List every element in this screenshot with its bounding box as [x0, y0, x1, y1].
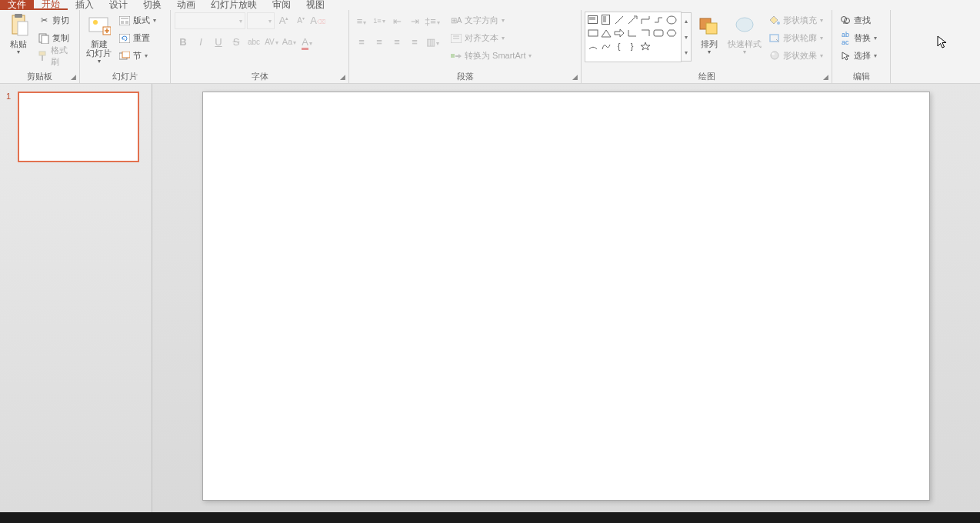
shape-textbox[interactable] [586, 13, 599, 26]
shape-curve[interactable] [599, 39, 612, 52]
svg-rect-35 [706, 23, 717, 34]
shape-vtextbox[interactable] [599, 13, 612, 26]
shape-oval[interactable] [665, 13, 678, 26]
line-spacing-button[interactable]: ‡≡▾ [424, 12, 441, 29]
slide-thumbnails-panel[interactable]: 1 [0, 84, 152, 512]
slide-canvas[interactable] [202, 92, 930, 501]
select-label: 选择 [854, 50, 871, 62]
shapes-down-button[interactable]: ▾ [682, 29, 691, 45]
align-center-button[interactable]: ≡ [371, 33, 388, 50]
section-button[interactable]: 节 ▾ [116, 48, 158, 64]
tab-review[interactable]: 审阅 [265, 0, 298, 10]
arrange-label: 排列 [701, 39, 718, 48]
bullets-button[interactable]: ≡▾ [353, 12, 370, 29]
underline-icon: U [215, 36, 222, 48]
clear-format-button[interactable]: A⌫ [309, 12, 326, 28]
shape-larrowhead[interactable] [625, 26, 638, 39]
new-slide-button[interactable]: 新建 幻灯片 ▾ [83, 12, 115, 66]
paste-button[interactable]: 粘贴 ▾ [3, 12, 34, 57]
shape-lbrace[interactable]: { [612, 39, 625, 52]
tab-design[interactable]: 设计 [102, 0, 135, 10]
select-icon [839, 50, 852, 62]
tab-view[interactable]: 视图 [298, 0, 332, 10]
text-direction-button[interactable]: ⊞A 文字方向 ▾ [448, 12, 534, 28]
shape-arrow-line[interactable] [625, 13, 638, 26]
replace-button[interactable]: abac 替换 ▾ [837, 30, 879, 46]
drawing-group-label: 绘图 [582, 71, 832, 82]
shape-rbrace[interactable]: } [625, 39, 638, 52]
paragraph-dialog-launcher[interactable]: ◢ [570, 72, 579, 82]
bold-button[interactable]: B [175, 33, 192, 50]
shape-triangle[interactable] [599, 26, 612, 39]
find-icon [839, 15, 852, 27]
decrease-indent-button[interactable]: ⇤ [388, 12, 405, 29]
font-size-combo[interactable]: ▾ [247, 12, 275, 29]
reset-label: 重置 [133, 32, 150, 44]
shape-star[interactable] [638, 39, 652, 52]
group-clipboard: 粘贴 ▾ ✂ 剪切 复制 格式刷 [0, 10, 80, 83]
shape-outline-button[interactable]: 形状轮廓 ▾ [766, 30, 825, 46]
group-drawing: { } ▴ ▾ ▾ 排列 ▾ [582, 10, 832, 83]
change-case-button[interactable]: Aa▾ [281, 33, 298, 50]
align-left-icon: ≡ [358, 36, 365, 48]
slide-thumbnail-1[interactable] [18, 92, 139, 162]
numbering-button[interactable]: 1≡▾ [371, 12, 388, 29]
svg-rect-32 [588, 30, 598, 36]
columns-button[interactable]: ▥▾ [424, 33, 441, 50]
convert-smartart-button[interactable]: 转换为 SmartArt ▾ [448, 48, 534, 64]
shape-arc[interactable] [586, 39, 599, 52]
select-button[interactable]: 选择 ▾ [837, 48, 879, 64]
shapes-expand-button[interactable]: ▾ [682, 45, 691, 61]
font-dialog-launcher[interactable]: ◢ [338, 72, 347, 82]
tab-insert[interactable]: 插入 [68, 0, 102, 10]
layout-button[interactable]: 版式 ▾ [116, 12, 158, 28]
shape-connector[interactable] [638, 13, 652, 26]
font-name-combo[interactable]: ▾ [175, 12, 245, 29]
svg-point-36 [736, 18, 753, 32]
tab-transitions[interactable]: 切换 [135, 0, 169, 10]
shape-rarrow[interactable] [612, 26, 625, 39]
justify-button[interactable]: ≡ [406, 33, 423, 50]
increase-indent-button[interactable]: ⇥ [406, 12, 423, 29]
reset-button[interactable]: 重置 [116, 30, 158, 46]
align-left-button[interactable]: ≡ [353, 33, 370, 50]
tab-animations[interactable]: 动画 [169, 0, 203, 10]
text-shadow-button[interactable]: abc [245, 33, 262, 50]
increase-font-button[interactable]: A▴ [275, 12, 292, 28]
shape-rect[interactable] [586, 26, 599, 39]
format-painter-button[interactable]: 格式刷 [35, 48, 75, 64]
decrease-font-button[interactable]: A▾ [292, 12, 309, 28]
underline-button[interactable]: U [210, 33, 227, 50]
cut-button[interactable]: ✂ 剪切 [35, 12, 75, 28]
select-dropdown-icon: ▾ [874, 52, 877, 59]
shape-corner[interactable] [638, 26, 652, 39]
bullets-icon: ≡▾ [357, 15, 367, 27]
shape-connector2[interactable] [652, 13, 665, 26]
section-dropdown-icon: ▾ [145, 52, 148, 59]
shape-effects-button[interactable]: 形状效果 ▾ [766, 48, 825, 64]
svg-rect-6 [42, 55, 43, 61]
svg-line-29 [615, 16, 623, 24]
arrange-button[interactable]: 排列 ▾ [694, 12, 725, 57]
clipboard-dialog-launcher[interactable]: ◢ [68, 72, 78, 82]
align-right-button[interactable]: ≡ [388, 33, 405, 50]
shape-fill-button[interactable]: 形状填充 ▾ [766, 12, 825, 28]
shapes-up-button[interactable]: ▴ [682, 13, 691, 29]
tab-slideshow[interactable]: 幻灯片放映 [203, 0, 265, 10]
font-color-button[interactable]: A▾ [298, 33, 315, 50]
shape-fill-icon [768, 15, 781, 27]
svg-point-40 [772, 53, 775, 55]
italic-button[interactable]: I [192, 33, 209, 50]
char-spacing-button[interactable]: AV▾ [263, 33, 280, 50]
shape-hexagon[interactable] [665, 26, 678, 39]
shape-roundrect[interactable] [652, 26, 665, 39]
tab-file[interactable]: 文件 [0, 0, 34, 10]
strikethrough-button[interactable]: S [228, 33, 245, 50]
drawing-dialog-launcher[interactable]: ◢ [821, 72, 830, 82]
find-button[interactable]: 查找 [837, 12, 879, 28]
tab-home[interactable]: 开始 [34, 0, 68, 10]
shape-line[interactable] [612, 13, 625, 26]
shapes-gallery[interactable]: { } ▴ ▾ ▾ [585, 12, 682, 62]
quick-styles-button[interactable]: 快速样式 ▾ [725, 12, 765, 57]
align-text-button[interactable]: 对齐文本 ▾ [448, 30, 534, 46]
